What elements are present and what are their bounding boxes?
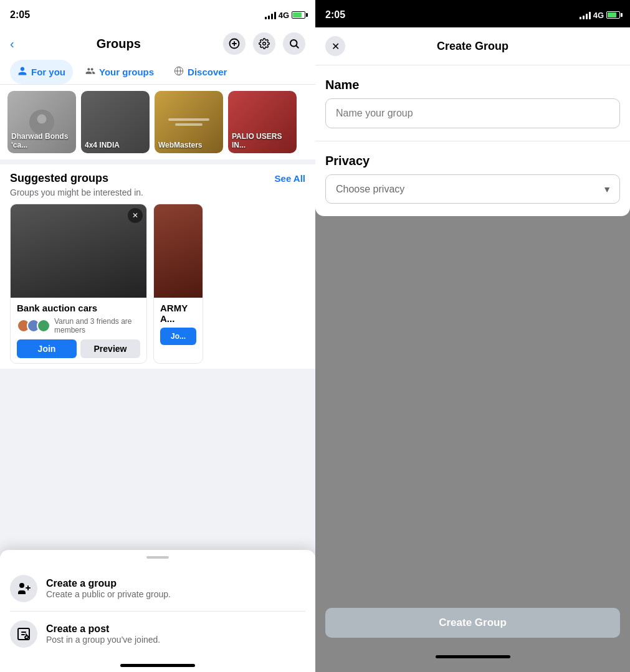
network-label-right: 4G xyxy=(593,11,604,20)
group-thumb-2-label: 4x4 INDIA xyxy=(85,141,120,149)
modal-body: Name Privacy Choose privacy Public Priva… xyxy=(315,65,630,216)
tab-your-groups-label: Your groups xyxy=(99,67,154,77)
svg-line-5 xyxy=(296,45,298,47)
card-1-image: ✕ xyxy=(11,204,146,298)
member-avatar-3 xyxy=(37,319,50,333)
create-group-submit-button[interactable]: Create Group xyxy=(325,608,620,638)
tab-for-you-icon xyxy=(17,66,27,78)
tab-discover-icon xyxy=(174,66,184,78)
card-2-image xyxy=(154,204,203,298)
privacy-field-label: Privacy xyxy=(325,154,620,168)
left-panel: 2:05 4G ‹ Groups xyxy=(0,0,315,672)
home-indicator-left xyxy=(120,664,195,667)
battery-icon-left xyxy=(292,11,305,19)
group-thumb-2[interactable]: 4x4 INDIA xyxy=(81,91,150,153)
create-group-sheet-title: Create a group xyxy=(46,578,171,589)
group-card-2: ARMY A... Jo... xyxy=(153,204,203,364)
network-label-left: 4G xyxy=(279,11,289,20)
join-button-1[interactable]: Join xyxy=(17,339,77,358)
modal-title: Create Group xyxy=(437,40,508,53)
see-all-link[interactable]: See All xyxy=(275,173,305,184)
group-thumb-3-label: WebMasters xyxy=(158,141,202,149)
modal-header: ✕ Create Group xyxy=(315,27,630,65)
group-card-1: ✕ Bank auction cars Varun and 3 friends … xyxy=(10,204,147,364)
header-action-icons xyxy=(223,32,305,55)
modal-overlay-gray xyxy=(315,216,630,598)
create-group-sheet-icon xyxy=(10,575,37,602)
name-field-label: Name xyxy=(325,78,620,92)
create-post-sheet-subtitle: Post in a group you've joined. xyxy=(46,635,160,645)
create-post-sheet-item[interactable]: Create a post Post in a group you've joi… xyxy=(0,612,315,656)
card-2-buttons: Jo... xyxy=(160,328,196,345)
right-panel: 2:05 4G ✕ Create Group Name Privacy xyxy=(315,0,630,672)
join-button-2[interactable]: Jo... xyxy=(160,328,196,345)
tab-your-groups-icon xyxy=(85,66,95,78)
svg-point-3 xyxy=(263,42,266,45)
form-divider xyxy=(315,141,630,141)
create-post-sheet-text: Create a post Post in a group you've joi… xyxy=(46,623,160,645)
create-group-modal: ✕ Create Group Name Privacy Choose priva… xyxy=(315,27,630,216)
svg-point-11 xyxy=(19,583,24,588)
card-2-body: ARMY A... Jo... xyxy=(154,298,203,350)
card-1-body: Bank auction cars Varun and 3 friends ar… xyxy=(11,298,146,363)
settings-icon[interactable] xyxy=(253,32,275,55)
search-icon[interactable] xyxy=(283,32,305,55)
suggested-title: Suggested groups xyxy=(10,172,108,185)
card-1-member-text: Varun and 3 friends are members xyxy=(54,317,140,334)
add-group-icon[interactable] xyxy=(223,32,246,55)
group-name-input[interactable] xyxy=(325,98,620,128)
card-2-name: ARMY A... xyxy=(160,303,196,324)
bottom-sheet: Create a group Create a public or privat… xyxy=(0,550,315,672)
tab-discover[interactable]: Discover xyxy=(166,60,234,84)
group-thumbnails-row: Dharwad Bonds 'ca... 4x4 INDIA WebMaster… xyxy=(0,85,315,159)
group-thumb-1[interactable]: Dharwad Bonds 'ca... xyxy=(7,91,76,153)
tab-your-groups[interactable]: Your groups xyxy=(78,60,161,84)
card-1-name: Bank auction cars xyxy=(17,303,140,313)
right-status-bar: 2:05 4G xyxy=(315,0,630,27)
privacy-select[interactable]: Choose privacy Public Private Secret xyxy=(325,174,620,204)
left-tabs: For you Your groups Discover xyxy=(0,60,315,85)
signal-bars-left xyxy=(265,11,276,19)
tab-for-you-label: For you xyxy=(31,67,65,77)
battery-icon-right xyxy=(606,11,620,19)
groups-page-title: Groups xyxy=(97,37,141,51)
member-avatars xyxy=(17,319,50,333)
home-indicator-right xyxy=(436,655,510,658)
create-post-sheet-icon xyxy=(10,620,37,648)
sheet-handle xyxy=(146,556,169,559)
suggested-subtitle: Groups you might be interested in. xyxy=(10,187,305,197)
signal-bars-right xyxy=(580,11,591,19)
right-status-time: 2:05 xyxy=(325,9,345,21)
group-thumb-3[interactable]: WebMasters xyxy=(155,91,223,153)
group-thumb-4[interactable]: PALIO USERS IN... xyxy=(228,91,297,153)
create-group-sheet-text: Create a group Create a public or privat… xyxy=(46,578,171,599)
card-1-buttons: Join Preview xyxy=(17,339,140,358)
suggested-groups-section: Suggested groups See All Groups you migh… xyxy=(0,164,315,369)
group-thumb-1-label: Dharwad Bonds 'ca... xyxy=(11,132,76,149)
close-card-1-button[interactable]: ✕ xyxy=(128,208,143,223)
left-status-bar: 2:05 4G xyxy=(0,0,315,27)
left-status-icons: 4G xyxy=(265,11,305,20)
modal-close-button[interactable]: ✕ xyxy=(325,36,345,56)
create-group-button-area: Create Group xyxy=(315,598,630,648)
left-status-time: 2:05 xyxy=(10,9,30,21)
privacy-select-wrapper: Choose privacy Public Private Secret ▼ xyxy=(325,174,620,204)
tab-discover-label: Discover xyxy=(188,67,227,77)
group-cards: ✕ Bank auction cars Varun and 3 friends … xyxy=(10,204,305,364)
divider-1 xyxy=(0,159,315,164)
suggested-header: Suggested groups See All xyxy=(10,172,305,185)
back-button[interactable]: ‹ xyxy=(10,37,14,51)
tab-for-you[interactable]: For you xyxy=(10,60,73,84)
left-header: ‹ Groups xyxy=(0,27,315,60)
card-1-members: Varun and 3 friends are members xyxy=(17,317,140,334)
right-status-icons: 4G xyxy=(580,11,620,20)
create-group-sheet-subtitle: Create a public or private group. xyxy=(46,589,171,599)
group-thumb-4-label: PALIO USERS IN... xyxy=(232,132,297,149)
preview-button-1[interactable]: Preview xyxy=(80,339,140,358)
create-group-sheet-item[interactable]: Create a group Create a public or privat… xyxy=(0,566,315,611)
right-bottom-area: Create Group xyxy=(315,598,630,672)
create-post-sheet-title: Create a post xyxy=(46,623,160,635)
svg-point-10 xyxy=(37,115,47,124)
